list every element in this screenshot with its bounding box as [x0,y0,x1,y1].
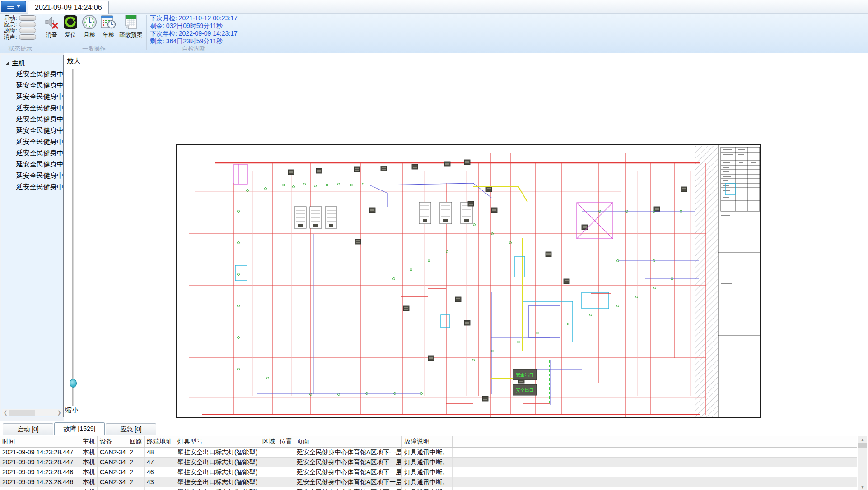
evacuation-plan-icon [123,14,139,30]
fault-table-row[interactable]: 2021-09-09 14:23:28.447本机CAN2-34248壁挂安全出… [0,448,857,458]
cell-page: 延安全民健身中心体育馆A区地下一层 [294,458,402,467]
event-tab-2[interactable]: 应急 [0] [106,423,156,435]
tree-root-host[interactable]: 主机 [1,55,63,69]
column-header-fault-description[interactable]: 故障说明 [402,436,453,447]
cell-time: 2021-09-09 14:23:28.447 [0,448,80,457]
column-header-terminal-address[interactable]: 终端地址 [145,436,175,447]
scrollbar-thumb[interactable] [9,410,35,416]
zoom-out-button[interactable]: 缩小 [65,406,79,415]
cell-fault-description: 灯具通讯中断。 [402,487,453,490]
scrollbar-thumb[interactable] [858,443,867,448]
cell-area [260,487,277,490]
emergency-indicator [19,22,36,27]
document-tab-title: 2021-09-09 14:24:06 [35,4,102,12]
sidebar-item-page[interactable]: 延安全民健身中 [1,125,63,136]
column-header-position[interactable]: 位置 [277,436,294,447]
sidebar-item-page[interactable]: 延安全民健身中 [1,114,63,125]
cell-loop: 2 [127,477,145,487]
cell-filler [453,467,857,477]
event-table-body: 2021-09-09 14:23:28.447本机CAN2-34248壁挂安全出… [0,448,857,490]
sidebar-item-page[interactable]: 延安全民健身中 [1,159,63,170]
cell-lamp-model: 壁挂安全出口标志灯(智能型) [175,467,260,477]
fault-table-row[interactable]: 2021-09-09 14:23:28.446本机CAN2-34243壁挂安全出… [0,477,857,487]
cell-page: 延安全民健身中心体育馆A区地下一层 [294,487,402,490]
cell-fault-description: 灯具通讯中断。 [402,477,453,487]
ribbon-separator [146,15,147,50]
slider-tick [76,85,79,85]
cell-fault-description: 灯具通讯中断。 [402,448,453,457]
column-header-page[interactable]: 页面 [294,436,402,447]
tree-expanded-icon [5,61,9,65]
sidebar-item-page[interactable]: 延安全民健身中 [1,91,63,102]
fault-table-row[interactable]: 2021-09-09 14:23:28.445本机CAN2-34242壁挂安全出… [0,487,857,490]
zoom-in-button[interactable]: 放大 [67,57,80,65]
column-header-area[interactable]: 区域 [260,436,277,447]
cell-lamp-model: 壁挂安全出口标志灯(智能型) [175,458,260,467]
drawing-canvas: 放大 缩小 [64,53,868,421]
sidebar-item-page[interactable]: 延安全民健身中 [1,136,63,148]
column-header-lamp-model[interactable]: 灯具型号 [175,436,260,447]
cell-loop: 2 [127,487,145,490]
cell-host: 本机 [80,458,98,467]
floor-plan-drawing: 安全出口 安全出口 [175,143,765,420]
sidebar-item-page[interactable]: 延安全民健身中 [1,170,63,181]
next-annual-check-text: 下次年检: 2022-09-09 14:23:17 [150,30,240,38]
cell-device: CAN2-34 [98,458,127,467]
cell-area [260,467,277,477]
sidebar-item-page[interactable]: 延安全民健身中 [1,148,63,159]
sidebar-item-page[interactable]: 延安全民健身中 [1,102,63,114]
scroll-up-arrow-icon[interactable]: ▲ [858,436,867,443]
cell-device: CAN2-34 [98,467,127,477]
cell-host: 本机 [80,487,98,490]
event-tab-1[interactable]: 故障 [1529] [54,422,105,435]
table-vertical-scrollbar[interactable]: ▲ ▼ [858,436,867,490]
cell-device: CAN2-34 [98,477,127,487]
reset-icon [63,14,78,30]
cell-position [277,448,294,457]
cell-fault-description: 灯具通讯中断。 [402,458,453,467]
evacuation-plan-button[interactable]: 疏散预案 [117,14,145,39]
column-header-filler [453,436,857,447]
drawing-frame [177,145,760,418]
slider-tick [76,127,79,127]
cell-host: 本机 [80,467,98,477]
ribbon-separator [39,15,39,50]
column-header-time[interactable]: 时间 [0,436,80,447]
slider-tick [76,295,79,295]
top-tab-bar: 2021-09-09 14:24:06 [0,0,868,14]
tree-horizontal-scrollbar[interactable]: ❮ ❯ [2,409,63,416]
event-tab-0[interactable]: 启动 [0] [3,423,53,435]
cell-terminal-address: 47 [145,458,175,467]
fault-table-row[interactable]: 2021-09-09 14:23:28.447本机CAN2-34247壁挂安全出… [0,458,857,467]
sidebar-item-page[interactable]: 延安全民健身中 [1,80,63,91]
cell-area [260,477,277,487]
scroll-left-arrow-icon[interactable]: ❮ [2,409,9,416]
monthly-check-clock-icon [82,14,97,30]
sidebar-item-page[interactable]: 延安全民健身中 [1,69,63,80]
cell-page: 延安全民健身中心体育馆A区地下一层 [294,477,402,487]
cell-device: CAN2-34 [98,487,127,490]
zoom-slider-track[interactable] [72,69,74,406]
slider-tick [76,211,79,211]
slider-tick [76,379,79,379]
cell-filler [453,458,857,467]
column-header-loop[interactable]: 回路 [127,436,145,447]
document-tab[interactable]: 2021-09-09 14:24:06 [28,1,109,14]
cell-terminal-address: 48 [145,448,175,457]
fault-indicator [19,28,36,33]
annual-check-calendar-icon [101,14,116,30]
event-table-header: 时间主机设备回路终端地址灯具型号区域位置页面故障说明 [0,436,857,448]
column-header-host[interactable]: 主机 [80,436,98,447]
ribbon-toolbar: 启动: 应急: 故障: 消声: 状态提示 消音 复位 月检 [0,14,868,53]
fault-table-row[interactable]: 2021-09-09 14:23:28.446本机CAN2-34246壁挂安全出… [0,467,857,477]
main-area: 主机 延安全民健身中延安全民健身中延安全民健身中延安全民健身中延安全民健身中延安… [0,53,868,421]
column-header-device[interactable]: 设备 [98,436,127,447]
scroll-down-arrow-icon[interactable]: ▼ [858,483,867,490]
scroll-right-arrow-icon[interactable]: ❯ [56,409,63,416]
sidebar-item-page[interactable]: 延安全民健身中 [1,181,63,193]
app-menu-button[interactable] [1,1,26,12]
group-label-status: 状态提示 [3,45,38,53]
cell-lamp-model: 壁挂安全出口标志灯(智能型) [175,477,260,487]
cell-position [277,458,294,467]
zoom-slider-thumb[interactable] [70,379,77,388]
